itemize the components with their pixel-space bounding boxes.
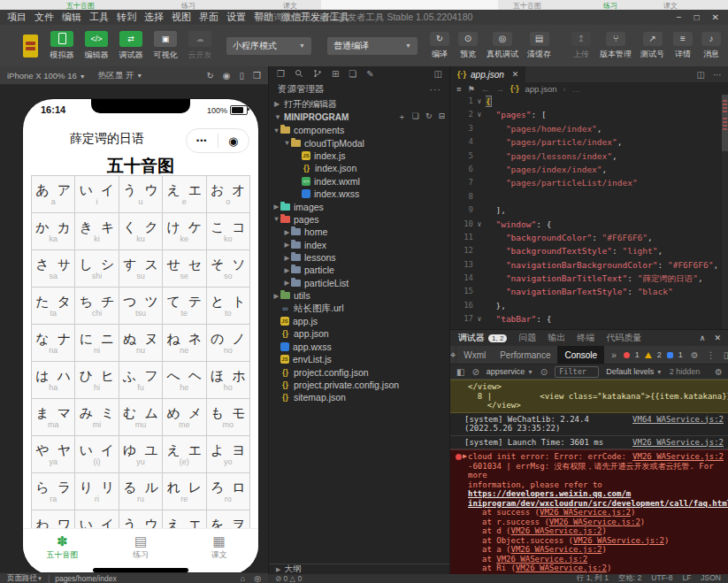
error-badge-icon[interactable] <box>624 352 630 358</box>
source-link[interactable]: VM26 WAService.js:2 <box>549 518 640 526</box>
云开发-button[interactable]: ☁云开发 <box>188 31 212 61</box>
warning-badge-icon[interactable] <box>645 352 652 358</box>
menu-item-设置[interactable]: 设置 <box>226 11 246 24</box>
kana-cell-ha[interactable]: はハha <box>32 362 75 399</box>
theme-icon[interactable]: ✎ <box>366 69 373 79</box>
window-icon[interactable]: ❏ <box>349 69 356 79</box>
breadcrumb-file[interactable]: app.json <box>525 84 557 94</box>
context-select[interactable]: appservice ▼ <box>487 367 533 376</box>
status-item[interactable]: LF <box>682 573 691 583</box>
kana-cell-ru[interactable]: るルru <box>119 473 163 510</box>
kana-cell-ko[interactable]: こコko <box>207 213 250 250</box>
status-item[interactable]: JSON <box>701 573 721 583</box>
menu-item-选择[interactable]: 选择 <box>144 11 164 24</box>
console-error[interactable]: ▶ VM26 WAService.js:2cloud init error: E… <box>450 449 728 575</box>
kana-cell-he[interactable]: へヘhe <box>163 362 206 399</box>
error-url-link[interactable]: iniprogram/dev/wxcloudrun/src/developmen… <box>468 499 728 508</box>
source-link[interactable]: VM26 WAService.js:2 <box>496 555 587 564</box>
devtools-tab-performance[interactable]: Performance <box>493 346 557 364</box>
menu-item-视图[interactable]: 视图 <box>172 11 191 24</box>
breadcrumb-more[interactable]: … <box>572 84 581 94</box>
模拟器-button[interactable]: 模拟器 <box>50 31 74 61</box>
kana-cell-ya[interactable]: やヤya <box>32 436 75 473</box>
info-badge-icon[interactable] <box>667 352 673 358</box>
tree-item-particleList[interactable]: ▶particleList <box>269 277 450 289</box>
kana-cell-re[interactable]: れレre <box>163 473 206 510</box>
tree-item-站长图库.url[interactable]: ∞站长图库.url <box>269 302 450 314</box>
kana-cell-yu[interactable]: ゆユyu <box>119 436 163 473</box>
source-link[interactable]: VM26 WAService.js:2 <box>511 545 602 554</box>
tree-item-app.json[interactable]: {}app.json <box>269 327 450 340</box>
kana-cell-ri[interactable]: りリri <box>75 473 119 510</box>
screenshot-icon[interactable]: ❐ <box>253 71 261 81</box>
compile-select[interactable]: 普通编译▼ <box>327 37 418 55</box>
user-avatar[interactable] <box>23 35 38 58</box>
device-select[interactable]: iPhone X 100% 16▼ <box>7 71 86 81</box>
kana-cell-mu[interactable]: むムmu <box>119 399 163 436</box>
menu-item-转到[interactable]: 转到 <box>117 11 136 24</box>
source-link[interactable]: VM26 WAService.js:2 <box>632 452 724 462</box>
tree-item-images[interactable]: ▶images <box>269 200 450 212</box>
refresh-icon[interactable]: ↻ <box>425 111 433 123</box>
预览-button[interactable]: ⊙预览 <box>458 32 478 60</box>
error-url-link[interactable]: https://developers.weixin.qq.com/m <box>468 489 631 498</box>
filter-input[interactable] <box>555 366 599 378</box>
kana-cell-nu[interactable]: ぬヌnu <box>119 325 163 362</box>
back-icon[interactable]: ← <box>481 84 490 94</box>
kana-cell-hi[interactable]: ひヒhi <box>75 362 119 399</box>
menu-item-工具[interactable]: 工具 <box>89 11 109 24</box>
clear-console-icon[interactable]: ⊘ <box>471 367 479 377</box>
kebab-menu-icon[interactable]: ⋮ <box>707 350 716 360</box>
tree-item-project.private.config.json[interactable]: {}project.private.config.json <box>269 379 450 391</box>
kana-cell-ra[interactable]: らラra <box>32 473 75 510</box>
可视化-button[interactable]: ▣可视化 <box>153 31 178 61</box>
console-warning[interactable]: </view> 8 | <view class="katakana">{{ite… <box>450 380 728 413</box>
kana-cell-ne[interactable]: ねネne <box>163 325 206 362</box>
phone-tab-练习[interactable]: ▤练习 <box>102 529 180 566</box>
split-panel-icon[interactable]: ◫ <box>434 69 442 79</box>
maximize-button[interactable]: □ <box>694 12 700 22</box>
详情-button[interactable]: ≡详情 <box>673 32 693 60</box>
tree-item-components[interactable]: ▼components <box>269 124 450 136</box>
status-item[interactable]: 行 1, 列 1 <box>577 573 609 583</box>
hotzone-select[interactable]: 热区显 开▼ <box>98 70 143 81</box>
tree-item-sitemap.json[interactable]: {}sitemap.json <box>269 391 450 403</box>
fold-chevron-icon[interactable]: ∨ <box>473 218 486 231</box>
devtools-tab-wxml[interactable]: Wxml <box>456 346 493 364</box>
log-levels-select[interactable]: Default levels ▼ <box>606 367 662 376</box>
exit-mini-program-button[interactable]: ◉ <box>218 134 249 148</box>
tree-item-index.js[interactable]: JSindex.js <box>269 150 450 162</box>
kana-cell-no[interactable]: のノno <box>207 325 250 362</box>
close-tab-icon[interactable]: ✕ <box>512 70 519 79</box>
kana-cell-chi[interactable]: ちチchi <box>75 288 119 325</box>
kana-cell-fu[interactable]: ふフfu <box>119 362 163 399</box>
minimize-button[interactable]: − <box>677 12 682 22</box>
kana-cell-e[interactable]: えエe <box>163 176 206 213</box>
menu-item-界面[interactable]: 界面 <box>199 11 218 24</box>
new-file-icon[interactable]: ＋ <box>398 111 406 123</box>
调试器-button[interactable]: ⇄调试器 <box>119 31 143 61</box>
kana-cell-i[interactable]: いイ(i) <box>75 436 119 473</box>
phone-tab-课文[interactable]: ▦课文 <box>180 529 258 566</box>
more-actions-icon[interactable]: ⋯ <box>713 70 722 80</box>
tree-item-cloudTipModal[interactable]: ▼cloudTipModal <box>269 136 450 149</box>
fold-chevron-icon[interactable]: ∨ <box>473 95 486 108</box>
消息-button[interactable]: ♪消息 <box>701 32 721 60</box>
编辑器-button[interactable]: </>编辑器 <box>84 31 109 61</box>
expand-icon[interactable]: ▶ <box>463 452 467 462</box>
tree-item-app.wxss[interactable]: app.wxss <box>269 341 450 353</box>
debugger-tab-代码质量[interactable]: 代码质量 <box>606 332 641 344</box>
debugger-tab-输出[interactable]: 输出 <box>548 332 565 344</box>
kana-cell-so[interactable]: そソso <box>207 250 250 288</box>
collapse-all-icon[interactable]: ⊟ <box>438 111 445 123</box>
extensions-icon[interactable]: ⊞ <box>332 69 339 79</box>
编译-button[interactable]: ↻编译 <box>430 32 449 60</box>
page-path-select[interactable]: 页面路径▼ <box>7 573 42 583</box>
split-editor-icon[interactable]: ◫ <box>697 70 705 80</box>
fold-chevron-icon[interactable]: ∨ <box>473 312 486 326</box>
minimap[interactable] <box>722 95 728 329</box>
dock-side-icon[interactable]: ◫ <box>724 350 728 360</box>
tree-item-pages[interactable]: ▼pages <box>269 213 450 226</box>
forward-icon[interactable]: → <box>496 84 505 94</box>
source-link[interactable]: VM64 WAService.js:2 <box>632 415 724 425</box>
